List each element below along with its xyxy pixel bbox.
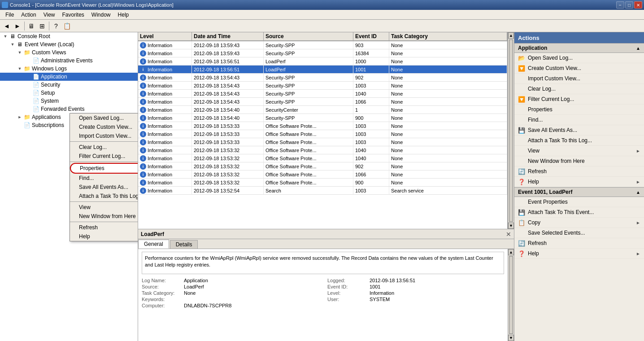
- scroll-down-arrow[interactable]: ▼: [508, 223, 514, 229]
- action-view[interactable]: View ►: [514, 146, 644, 156]
- notes-button[interactable]: 📋: [62, 21, 72, 31]
- action-copy[interactable]: 📋 Copy ►: [514, 218, 644, 228]
- tree-item-forwarded[interactable]: 📄 Forwarded Events: [0, 105, 138, 113]
- expand-apps-services[interactable]: ►: [16, 114, 23, 121]
- action-refresh-event[interactable]: 🔄 Refresh: [514, 238, 644, 249]
- tree-item-system[interactable]: 📄 System: [0, 97, 138, 105]
- close-button[interactable]: ✕: [634, 1, 642, 9]
- tree-item-security[interactable]: 📄 Security: [0, 81, 138, 89]
- ctx-clear-log[interactable]: Clear Log...: [70, 143, 138, 152]
- table-row[interactable]: i Information 2012-09-18 13:56:51 LoadPe…: [138, 66, 507, 74]
- table-row[interactable]: i Information 2012-09-18 13:53:32 Office…: [138, 146, 507, 154]
- action-help-event[interactable]: ❓ Help ►: [514, 249, 644, 259]
- table-row[interactable]: i Information 2012-09-18 13:54:40 Securi…: [138, 114, 507, 122]
- expand-admin-events[interactable]: [25, 57, 32, 64]
- table-row[interactable]: i Information 2012-09-18 13:54:43 Securi…: [138, 74, 507, 82]
- back-button[interactable]: ◄: [2, 21, 12, 31]
- action-help[interactable]: ❓ Help ►: [514, 177, 644, 187]
- table-row[interactable]: i Information 2012-09-18 13:54:43 Securi…: [138, 82, 507, 90]
- tree-item-application[interactable]: 📄 Application: [0, 73, 138, 81]
- expand-windows-logs[interactable]: ▼: [16, 65, 23, 72]
- ctx-help[interactable]: Help ►: [70, 232, 138, 241]
- action-create-custom-view[interactable]: 🔽 Create Custom View...: [514, 63, 644, 74]
- col-header-task[interactable]: Task Category: [389, 32, 507, 40]
- ctx-properties[interactable]: Properties: [70, 163, 138, 174]
- menu-window[interactable]: Window: [88, 11, 114, 19]
- actions-section-application[interactable]: Application ▲: [514, 43, 644, 53]
- table-row[interactable]: i Information 2012-09-18 13:53:33 Office…: [138, 122, 507, 130]
- detail-scroll-thumb[interactable]: [509, 256, 513, 334]
- table-row[interactable]: i Information 2012-09-18 13:54:40 Securi…: [138, 106, 507, 114]
- action-properties[interactable]: Properties: [514, 105, 644, 115]
- ctx-refresh[interactable]: Refresh: [70, 223, 138, 232]
- menu-view[interactable]: View: [40, 11, 59, 19]
- events-scrollbar[interactable]: ▲ ▼: [508, 32, 514, 229]
- tab-general[interactable]: General: [138, 240, 169, 249]
- tree-item-setup[interactable]: 📄 Setup: [0, 89, 138, 97]
- expand-forwarded[interactable]: [25, 105, 32, 113]
- action-new-window-from-here[interactable]: New Window from Here: [514, 156, 644, 166]
- action-clear-log[interactable]: Clear Log...: [514, 84, 644, 94]
- maximize-button[interactable]: □: [625, 1, 633, 9]
- detail-scroll-down[interactable]: ▼: [508, 335, 514, 341]
- table-row[interactable]: i Information 2012-09-18 13:56:51 LoadPe…: [138, 57, 507, 66]
- ctx-filter-current-log[interactable]: Filter Current Log...: [70, 152, 138, 161]
- actions-section-event[interactable]: Event 1001, LoadPerf ▲: [514, 187, 644, 197]
- action-save-selected-events[interactable]: Save Selected Events...: [514, 228, 644, 238]
- tree-item-custom-views[interactable]: ▼ 📁 Custom Views: [0, 48, 138, 57]
- ctx-create-custom-view[interactable]: Create Custom View...: [70, 122, 138, 131]
- ctx-import-custom-view[interactable]: Import Custom View...: [70, 131, 138, 140]
- action-find[interactable]: Find...: [514, 115, 644, 125]
- col-header-datetime[interactable]: Date and Time: [192, 32, 264, 40]
- table-row[interactable]: i Information 2012-09-18 13:59:43 Securi…: [138, 41, 507, 49]
- action-attach-task-event[interactable]: 💾 Attach Task To This Event...: [514, 207, 644, 218]
- forward-button[interactable]: ►: [13, 21, 22, 31]
- scroll-thumb[interactable]: [509, 39, 513, 222]
- ctx-find[interactable]: Find...: [70, 174, 138, 183]
- expand-subscriptions[interactable]: [16, 122, 23, 129]
- tree-item-event-viewer[interactable]: ▼ 🖥 Event Viewer (Local): [0, 40, 138, 48]
- detail-scroll-up[interactable]: ▲: [508, 249, 514, 255]
- action-event-properties[interactable]: Event Properties: [514, 197, 644, 207]
- table-row[interactable]: i Information 2012-09-18 13:54:43 Securi…: [138, 98, 507, 106]
- tree-item-windows-logs[interactable]: ▼ 📁 Windows Logs: [0, 65, 138, 73]
- detail-scrollbar[interactable]: ▲ ▼: [508, 249, 514, 341]
- table-row[interactable]: i Information 2012-09-18 13:53:32 Office…: [138, 170, 507, 179]
- action-save-all-events[interactable]: 💾 Save All Events As...: [514, 125, 644, 136]
- table-row[interactable]: i Information 2012-09-18 13:59:43 Securi…: [138, 49, 507, 57]
- expand-application[interactable]: [25, 73, 32, 80]
- action-open-saved-log[interactable]: 📂 Open Saved Log...: [514, 53, 644, 63]
- menu-help[interactable]: Help: [114, 11, 133, 19]
- minimize-button[interactable]: −: [616, 1, 624, 9]
- tab-details[interactable]: Details: [170, 240, 198, 249]
- ctx-view[interactable]: View ►: [70, 203, 138, 212]
- expand-custom-views[interactable]: ▼: [16, 49, 23, 56]
- tree-item-admin-events[interactable]: 📄 Administrative Events: [0, 57, 138, 65]
- scroll-up-arrow[interactable]: ▲: [508, 32, 514, 39]
- expand-event-viewer[interactable]: ▼: [9, 41, 16, 48]
- table-row[interactable]: i Information 2012-09-18 13:53:33 Office…: [138, 130, 507, 138]
- table-row[interactable]: i Information 2012-09-18 13:53:32 Office…: [138, 162, 507, 170]
- expand-setup[interactable]: [25, 89, 32, 96]
- ctx-new-window[interactable]: New Window from Here: [70, 212, 138, 221]
- col-header-source[interactable]: Source: [264, 32, 353, 40]
- table-row[interactable]: i Information 2012-09-18 13:53:32 Office…: [138, 154, 507, 162]
- menu-action[interactable]: Action: [17, 11, 39, 19]
- ctx-save-all-events[interactable]: Save All Events As...: [70, 183, 138, 192]
- menu-favorites[interactable]: Favorites: [59, 11, 88, 19]
- tree-item-console-root[interactable]: ▼ 🖥 Console Root: [0, 32, 138, 40]
- menu-file[interactable]: File: [2, 11, 17, 19]
- ctx-open-saved-log[interactable]: Open Saved Log...: [70, 114, 138, 122]
- grid-button[interactable]: ⊞: [37, 21, 47, 31]
- computer-button[interactable]: 🖥: [26, 21, 36, 31]
- action-import-custom-view[interactable]: Import Custom View...: [514, 74, 644, 84]
- table-row[interactable]: i Information 2012-09-18 13:52:54 Search…: [138, 187, 507, 195]
- expand-system[interactable]: [25, 97, 32, 105]
- detail-close-button[interactable]: ✕: [506, 231, 511, 238]
- table-row[interactable]: i Information 2012-09-18 13:53:33 Office…: [138, 138, 507, 146]
- expand-security[interactable]: [25, 81, 32, 88]
- ctx-attach-task[interactable]: Attach a Task To this Log...: [70, 192, 138, 201]
- table-row[interactable]: i Information 2012-09-18 13:54:43 Securi…: [138, 90, 507, 98]
- expand-console-root[interactable]: ▼: [2, 33, 9, 40]
- action-refresh[interactable]: 🔄 Refresh: [514, 166, 644, 177]
